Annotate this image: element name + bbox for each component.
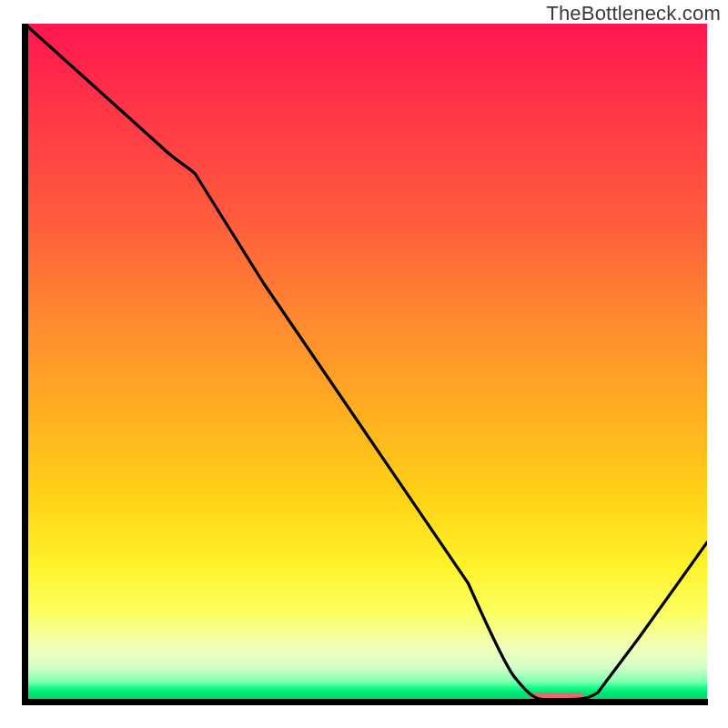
- chart-root: TheBottleneck.com: [0, 0, 728, 728]
- plot-area: [25, 24, 707, 701]
- x-axis: [22, 699, 708, 705]
- watermark-text: TheBottleneck.com: [546, 2, 721, 25]
- y-axis: [22, 24, 28, 701]
- bottleneck-curve: [25, 24, 707, 700]
- chart-svg: [25, 24, 707, 706]
